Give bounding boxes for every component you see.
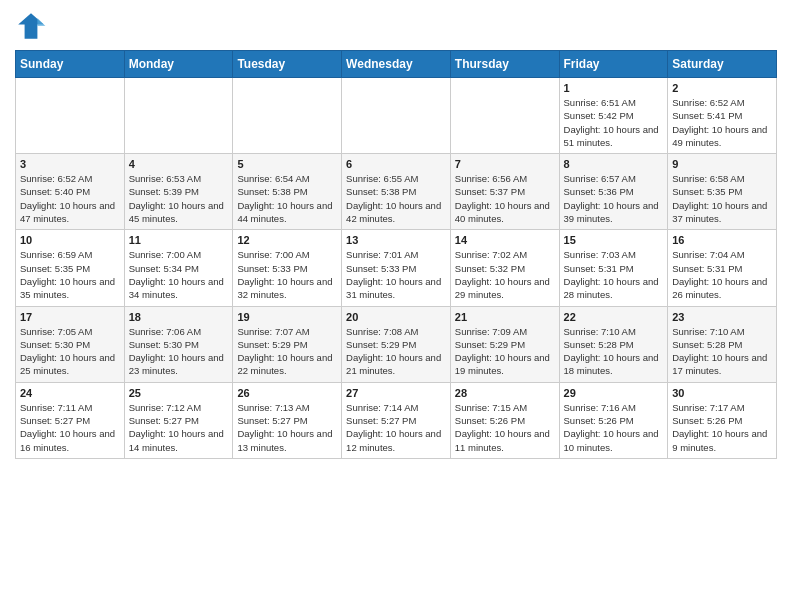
calendar-cell: 17Sunrise: 7:05 AMSunset: 5:30 PMDayligh… bbox=[16, 306, 125, 382]
day-number: 12 bbox=[237, 234, 337, 246]
calendar-header-row: SundayMondayTuesdayWednesdayThursdayFrid… bbox=[16, 51, 777, 78]
calendar-cell bbox=[16, 78, 125, 154]
calendar-cell: 4Sunrise: 6:53 AMSunset: 5:39 PMDaylight… bbox=[124, 154, 233, 230]
calendar-cell: 23Sunrise: 7:10 AMSunset: 5:28 PMDayligh… bbox=[668, 306, 777, 382]
calendar-cell: 2Sunrise: 6:52 AMSunset: 5:41 PMDaylight… bbox=[668, 78, 777, 154]
weekday-header: Monday bbox=[124, 51, 233, 78]
calendar-cell bbox=[233, 78, 342, 154]
calendar-cell: 18Sunrise: 7:06 AMSunset: 5:30 PMDayligh… bbox=[124, 306, 233, 382]
day-number: 21 bbox=[455, 311, 555, 323]
calendar-cell: 1Sunrise: 6:51 AMSunset: 5:42 PMDaylight… bbox=[559, 78, 668, 154]
day-number: 4 bbox=[129, 158, 229, 170]
day-number: 1 bbox=[564, 82, 664, 94]
day-number: 23 bbox=[672, 311, 772, 323]
logo bbox=[15, 10, 51, 42]
calendar-week-row: 10Sunrise: 6:59 AMSunset: 5:35 PMDayligh… bbox=[16, 230, 777, 306]
day-info: Sunrise: 6:55 AMSunset: 5:38 PMDaylight:… bbox=[346, 172, 446, 225]
calendar-cell: 10Sunrise: 6:59 AMSunset: 5:35 PMDayligh… bbox=[16, 230, 125, 306]
calendar-cell: 28Sunrise: 7:15 AMSunset: 5:26 PMDayligh… bbox=[450, 382, 559, 458]
calendar-cell: 30Sunrise: 7:17 AMSunset: 5:26 PMDayligh… bbox=[668, 382, 777, 458]
day-info: Sunrise: 7:09 AMSunset: 5:29 PMDaylight:… bbox=[455, 325, 555, 378]
calendar-cell: 12Sunrise: 7:00 AMSunset: 5:33 PMDayligh… bbox=[233, 230, 342, 306]
day-number: 25 bbox=[129, 387, 229, 399]
calendar-cell: 27Sunrise: 7:14 AMSunset: 5:27 PMDayligh… bbox=[342, 382, 451, 458]
day-info: Sunrise: 6:57 AMSunset: 5:36 PMDaylight:… bbox=[564, 172, 664, 225]
day-info: Sunrise: 7:04 AMSunset: 5:31 PMDaylight:… bbox=[672, 248, 772, 301]
day-number: 24 bbox=[20, 387, 120, 399]
day-info: Sunrise: 7:00 AMSunset: 5:34 PMDaylight:… bbox=[129, 248, 229, 301]
day-info: Sunrise: 7:13 AMSunset: 5:27 PMDaylight:… bbox=[237, 401, 337, 454]
day-info: Sunrise: 7:06 AMSunset: 5:30 PMDaylight:… bbox=[129, 325, 229, 378]
day-info: Sunrise: 6:58 AMSunset: 5:35 PMDaylight:… bbox=[672, 172, 772, 225]
logo-icon bbox=[15, 10, 47, 42]
day-info: Sunrise: 7:08 AMSunset: 5:29 PMDaylight:… bbox=[346, 325, 446, 378]
weekday-header: Friday bbox=[559, 51, 668, 78]
calendar-cell: 16Sunrise: 7:04 AMSunset: 5:31 PMDayligh… bbox=[668, 230, 777, 306]
day-info: Sunrise: 7:10 AMSunset: 5:28 PMDaylight:… bbox=[672, 325, 772, 378]
day-info: Sunrise: 6:52 AMSunset: 5:41 PMDaylight:… bbox=[672, 96, 772, 149]
day-number: 27 bbox=[346, 387, 446, 399]
day-info: Sunrise: 7:03 AMSunset: 5:31 PMDaylight:… bbox=[564, 248, 664, 301]
day-number: 19 bbox=[237, 311, 337, 323]
calendar-cell: 21Sunrise: 7:09 AMSunset: 5:29 PMDayligh… bbox=[450, 306, 559, 382]
day-number: 22 bbox=[564, 311, 664, 323]
calendar-cell: 22Sunrise: 7:10 AMSunset: 5:28 PMDayligh… bbox=[559, 306, 668, 382]
day-info: Sunrise: 6:51 AMSunset: 5:42 PMDaylight:… bbox=[564, 96, 664, 149]
day-number: 30 bbox=[672, 387, 772, 399]
day-number: 18 bbox=[129, 311, 229, 323]
calendar-cell: 8Sunrise: 6:57 AMSunset: 5:36 PMDaylight… bbox=[559, 154, 668, 230]
day-number: 26 bbox=[237, 387, 337, 399]
day-number: 10 bbox=[20, 234, 120, 246]
day-number: 28 bbox=[455, 387, 555, 399]
calendar-cell: 14Sunrise: 7:02 AMSunset: 5:32 PMDayligh… bbox=[450, 230, 559, 306]
day-number: 7 bbox=[455, 158, 555, 170]
day-info: Sunrise: 7:11 AMSunset: 5:27 PMDaylight:… bbox=[20, 401, 120, 454]
page: SundayMondayTuesdayWednesdayThursdayFrid… bbox=[0, 0, 792, 469]
calendar-cell: 15Sunrise: 7:03 AMSunset: 5:31 PMDayligh… bbox=[559, 230, 668, 306]
day-info: Sunrise: 7:10 AMSunset: 5:28 PMDaylight:… bbox=[564, 325, 664, 378]
day-number: 13 bbox=[346, 234, 446, 246]
calendar-table: SundayMondayTuesdayWednesdayThursdayFrid… bbox=[15, 50, 777, 459]
calendar-cell: 13Sunrise: 7:01 AMSunset: 5:33 PMDayligh… bbox=[342, 230, 451, 306]
day-info: Sunrise: 7:01 AMSunset: 5:33 PMDaylight:… bbox=[346, 248, 446, 301]
day-number: 6 bbox=[346, 158, 446, 170]
weekday-header: Wednesday bbox=[342, 51, 451, 78]
day-number: 16 bbox=[672, 234, 772, 246]
day-info: Sunrise: 7:07 AMSunset: 5:29 PMDaylight:… bbox=[237, 325, 337, 378]
day-info: Sunrise: 7:14 AMSunset: 5:27 PMDaylight:… bbox=[346, 401, 446, 454]
day-info: Sunrise: 7:12 AMSunset: 5:27 PMDaylight:… bbox=[129, 401, 229, 454]
day-info: Sunrise: 7:02 AMSunset: 5:32 PMDaylight:… bbox=[455, 248, 555, 301]
calendar-cell bbox=[450, 78, 559, 154]
calendar-week-row: 17Sunrise: 7:05 AMSunset: 5:30 PMDayligh… bbox=[16, 306, 777, 382]
calendar-week-row: 24Sunrise: 7:11 AMSunset: 5:27 PMDayligh… bbox=[16, 382, 777, 458]
day-number: 2 bbox=[672, 82, 772, 94]
calendar-cell: 25Sunrise: 7:12 AMSunset: 5:27 PMDayligh… bbox=[124, 382, 233, 458]
weekday-header: Tuesday bbox=[233, 51, 342, 78]
day-info: Sunrise: 7:16 AMSunset: 5:26 PMDaylight:… bbox=[564, 401, 664, 454]
day-info: Sunrise: 6:53 AMSunset: 5:39 PMDaylight:… bbox=[129, 172, 229, 225]
day-number: 17 bbox=[20, 311, 120, 323]
header bbox=[15, 10, 777, 42]
weekday-header: Saturday bbox=[668, 51, 777, 78]
day-info: Sunrise: 6:52 AMSunset: 5:40 PMDaylight:… bbox=[20, 172, 120, 225]
calendar-cell: 19Sunrise: 7:07 AMSunset: 5:29 PMDayligh… bbox=[233, 306, 342, 382]
calendar-week-row: 1Sunrise: 6:51 AMSunset: 5:42 PMDaylight… bbox=[16, 78, 777, 154]
day-info: Sunrise: 6:54 AMSunset: 5:38 PMDaylight:… bbox=[237, 172, 337, 225]
day-number: 15 bbox=[564, 234, 664, 246]
day-info: Sunrise: 7:00 AMSunset: 5:33 PMDaylight:… bbox=[237, 248, 337, 301]
day-info: Sunrise: 7:17 AMSunset: 5:26 PMDaylight:… bbox=[672, 401, 772, 454]
calendar-cell: 9Sunrise: 6:58 AMSunset: 5:35 PMDaylight… bbox=[668, 154, 777, 230]
day-info: Sunrise: 6:59 AMSunset: 5:35 PMDaylight:… bbox=[20, 248, 120, 301]
calendar-cell: 6Sunrise: 6:55 AMSunset: 5:38 PMDaylight… bbox=[342, 154, 451, 230]
calendar-cell: 5Sunrise: 6:54 AMSunset: 5:38 PMDaylight… bbox=[233, 154, 342, 230]
calendar-cell: 29Sunrise: 7:16 AMSunset: 5:26 PMDayligh… bbox=[559, 382, 668, 458]
day-number: 11 bbox=[129, 234, 229, 246]
weekday-header: Sunday bbox=[16, 51, 125, 78]
day-number: 9 bbox=[672, 158, 772, 170]
calendar-cell: 3Sunrise: 6:52 AMSunset: 5:40 PMDaylight… bbox=[16, 154, 125, 230]
day-number: 29 bbox=[564, 387, 664, 399]
calendar-cell: 24Sunrise: 7:11 AMSunset: 5:27 PMDayligh… bbox=[16, 382, 125, 458]
day-number: 14 bbox=[455, 234, 555, 246]
calendar-cell: 26Sunrise: 7:13 AMSunset: 5:27 PMDayligh… bbox=[233, 382, 342, 458]
calendar-cell bbox=[342, 78, 451, 154]
